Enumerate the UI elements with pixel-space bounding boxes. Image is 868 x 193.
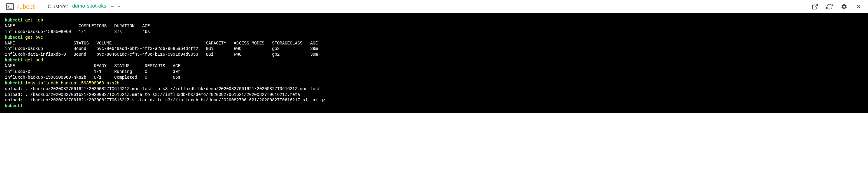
log-line: upload: ../backup/20200827061621/2020082…: [5, 98, 326, 102]
add-cluster-button[interactable]: +: [111, 4, 114, 10]
table-row: influxdb-0 1/1 Running 0 39m: [5, 69, 181, 74]
active-cluster-tab[interactable]: demo-spot-eks: [72, 3, 106, 10]
refresh-icon[interactable]: [826, 3, 833, 10]
prompt: kubectl: [5, 18, 23, 23]
terminal-icon: >_: [6, 3, 14, 10]
table-row: influxdb-backup-1598508960 1/1 37s 46s: [5, 29, 150, 34]
prompt-current[interactable]: kubectl: [5, 103, 23, 108]
chevron-down-icon[interactable]: [118, 6, 120, 7]
prompt: kubectl: [5, 58, 23, 63]
prompt: kubectl: [5, 35, 23, 40]
terminal-output[interactable]: kubectl get job NAME COMPLETIONS DURATIO…: [0, 13, 868, 113]
command-args: logs influxdb-backup-1598508960-nks2b: [25, 81, 119, 86]
clusters-selector: Clusters: demo-spot-eks +: [48, 3, 120, 10]
open-in-new-icon[interactable]: [812, 3, 818, 10]
prompt: kubectl: [5, 81, 23, 86]
command-args: get pod: [25, 58, 43, 63]
header-left-group: >_ kubectl Clusters: demo-spot-eks +: [6, 3, 120, 10]
log-line: upload: ../backup/20200827061621/2020082…: [5, 92, 300, 97]
table-row: influxdb-backup Bound pvc-8e649add-bbf3-…: [5, 46, 318, 51]
clusters-label: Clusters:: [48, 4, 68, 10]
gear-icon[interactable]: [841, 3, 847, 10]
svg-line-0: [814, 4, 817, 7]
command-args: get pvc: [25, 35, 43, 40]
header-right-group: [812, 3, 862, 10]
table-row: influxdb-backup-1598508960-nks2b 0/1 Com…: [5, 75, 181, 80]
table-header: NAME COMPLETIONS DURATION AGE: [5, 24, 150, 28]
table-header: NAME READY STATUS RESTARTS AGE: [5, 64, 181, 68]
app-logo[interactable]: >_ kubectl: [6, 3, 35, 10]
table-row: influxdb-data-influxdb-0 Bound pvc-80460…: [5, 52, 318, 57]
close-icon[interactable]: [855, 3, 862, 10]
command-args: get job: [25, 18, 43, 23]
table-header: NAME STATUS VOLUME CAPACITY ACCESS MODES…: [5, 41, 318, 46]
log-line: upload: ../backup/20200827061621/2020082…: [5, 87, 320, 91]
app-logo-text: kubectl: [17, 3, 35, 10]
app-header: >_ kubectl Clusters: demo-spot-eks +: [0, 0, 868, 13]
